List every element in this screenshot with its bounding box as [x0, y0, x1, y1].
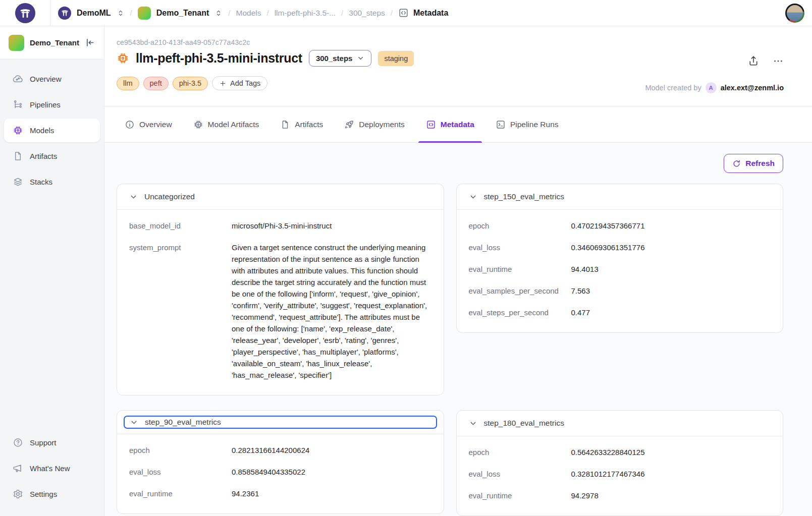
metadata-key: eval_runtime — [469, 263, 571, 275]
tab-label: Metadata — [441, 120, 474, 129]
sidebar-item-stacks[interactable]: Stacks — [4, 170, 100, 194]
metadata-row: eval_loss 0.8585849404335022 — [117, 461, 444, 483]
sidebar-item-models[interactable]: Models — [4, 119, 100, 142]
metadata-card-step-90-eval-metrics: step_90_eval_metrics epoch 0.28213166144… — [117, 410, 444, 514]
metadata-value: 0.477 — [571, 307, 590, 318]
tab-label: Deployments — [359, 120, 404, 129]
org-selector-icon[interactable] — [117, 9, 125, 17]
metadata-value: 0.8585849404335022 — [232, 466, 305, 478]
tab-pipeline-runs[interactable]: Pipeline Runs — [488, 106, 567, 142]
tenant-avatar — [9, 35, 24, 51]
card-body: epoch 0.4702194357366771 eval_loss 0.346… — [457, 210, 783, 332]
branch-tree-icon — [13, 99, 23, 110]
metadata-cards-grid: Uncategorized base_model_id microsoft/Ph… — [117, 184, 783, 516]
breadcrumb-separator: / — [130, 9, 132, 17]
user-avatar[interactable] — [785, 4, 804, 23]
tab-label: Artifacts — [295, 120, 323, 129]
metadata-value: 0.3460693061351776 — [571, 242, 645, 253]
sidebar-tenant-header: Demo_Tenant — [0, 26, 104, 60]
metadata-value: 0.5642633228840125 — [571, 446, 645, 458]
sidebar-item-support[interactable]: Support — [4, 431, 100, 454]
help-circle-icon — [13, 437, 23, 448]
add-tags-button[interactable]: Add Tags — [212, 76, 267, 90]
metadata-row: eval_loss 0.3460693061351776 — [457, 237, 783, 258]
refresh-button[interactable]: Refresh — [724, 154, 783, 173]
tenant-selector-icon[interactable] — [214, 9, 223, 17]
brand-logo-area[interactable] — [0, 0, 50, 26]
breadcrumb: DemoML / Demo_Tenant / Models / llm-peft… — [50, 7, 448, 20]
sidebar-item-what-s-new[interactable]: What's New — [4, 456, 100, 480]
tag-llm[interactable]: llm — [117, 77, 139, 90]
card-title: step_180_eval_metrics — [484, 419, 564, 428]
sidebar-item-label: Stacks — [30, 178, 52, 186]
tab-metadata[interactable]: Metadata — [418, 106, 482, 142]
sidebar-item-settings[interactable]: Settings — [4, 482, 100, 506]
metadata-value: microsoft/Phi-3.5-mini-instruct — [232, 220, 332, 232]
created-by: Model created by A alex.ext@zenml.io — [645, 82, 784, 93]
metadata-value: 0.3281012177467346 — [571, 468, 645, 480]
tags-list: llmpeftphi-3.5 — [117, 77, 208, 90]
tag-peft[interactable]: peft — [143, 77, 169, 90]
stage-badge: staging — [378, 51, 414, 66]
metadata-card-step-180-eval-metrics: step_180_eval_metrics epoch 0.5642633228… — [456, 410, 784, 516]
cloud-icon — [13, 74, 23, 84]
tab-model-artifacts[interactable]: Model Artifacts — [185, 106, 267, 142]
chevron-down-icon[interactable] — [130, 418, 138, 427]
metadata-row: system_prompt Given a target sentence co… — [117, 237, 444, 386]
plus-icon — [219, 80, 227, 87]
info-circle-icon — [125, 120, 135, 130]
tag-phi-3-5[interactable]: phi-3.5 — [173, 77, 208, 90]
chevron-down-icon[interactable] — [469, 193, 477, 201]
version-selector-dropdown[interactable]: 300_steps — [309, 50, 372, 67]
file-icon — [13, 151, 23, 161]
sidebar-item-label: Settings — [30, 490, 57, 498]
chip-icon — [193, 120, 203, 130]
metadata-row: eval_steps_per_second 0.477 — [457, 302, 783, 323]
zenml-logo-icon — [15, 3, 35, 23]
chevron-down-icon[interactable] — [129, 193, 138, 201]
metadata-key: eval_loss — [469, 468, 571, 480]
metadata-key: epoch — [469, 446, 571, 458]
metadata-value: 0.4702194357366771 — [571, 220, 645, 232]
breadcrumb-tenant-name[interactable]: Demo_Tenant — [156, 9, 209, 18]
sidebar-item-label: What's New — [30, 464, 70, 473]
breadcrumb-separator: / — [341, 9, 343, 17]
share-icon[interactable] — [748, 55, 759, 67]
top-navbar: DemoML / Demo_Tenant / Models / llm-peft… — [0, 0, 812, 26]
creator-avatar: A — [706, 82, 717, 93]
chevron-down-icon[interactable] — [469, 419, 477, 428]
more-options-icon[interactable] — [773, 55, 784, 67]
metadata-key: eval_loss — [129, 466, 232, 478]
metadata-row: epoch 0.5642633228840125 — [457, 441, 783, 463]
metadata-card-step-150-eval-metrics: step_150_eval_metrics epoch 0.4702194357… — [456, 184, 784, 333]
code-square-icon — [426, 120, 436, 130]
metadata-value: 0.28213166144200624 — [232, 444, 309, 456]
metadata-row: eval_runtime 94.2978 — [457, 485, 783, 506]
tab-label: Pipeline Runs — [510, 120, 559, 129]
breadcrumb-models[interactable]: Models — [236, 9, 261, 18]
rocket-icon — [344, 120, 354, 130]
breadcrumb-org-name[interactable]: DemoML — [77, 9, 111, 18]
breadcrumb-model-name[interactable]: llm-peft-phi-3.5-... — [275, 9, 336, 18]
tab-label: Overview — [139, 120, 172, 129]
sidebar-item-label: Pipelines — [30, 100, 61, 109]
sidebar: Demo_Tenant Overview Pipelines Models Ar… — [0, 26, 104, 516]
metadata-value: 7.563 — [571, 285, 590, 297]
main-area: ce9543bd-a210-413f-aa49-057c77a43c2c llm… — [104, 26, 812, 516]
tab-deployments[interactable]: Deployments — [336, 106, 412, 142]
sidebar-item-pipelines[interactable]: Pipelines — [4, 93, 100, 117]
tab-artifacts[interactable]: Artifacts — [272, 106, 331, 142]
breadcrumb-model-version[interactable]: 300_steps — [349, 9, 385, 18]
sidebar-collapse-icon[interactable] — [85, 37, 95, 48]
metadata-key: epoch — [129, 444, 232, 456]
user-avatar-photo — [787, 5, 803, 21]
sidebar-tenant-name: Demo_Tenant — [30, 38, 79, 47]
breadcrumb-separator: / — [228, 9, 230, 17]
card-header: Uncategorized — [117, 184, 444, 210]
chevron-down-icon — [357, 54, 364, 62]
sidebar-item-artifacts[interactable]: Artifacts — [4, 144, 100, 168]
tab-overview[interactable]: Overview — [117, 106, 180, 142]
sidebar-item-overview[interactable]: Overview — [4, 67, 100, 91]
card-title: step_150_eval_metrics — [484, 192, 564, 201]
card-title: step_90_eval_metrics — [145, 418, 221, 427]
